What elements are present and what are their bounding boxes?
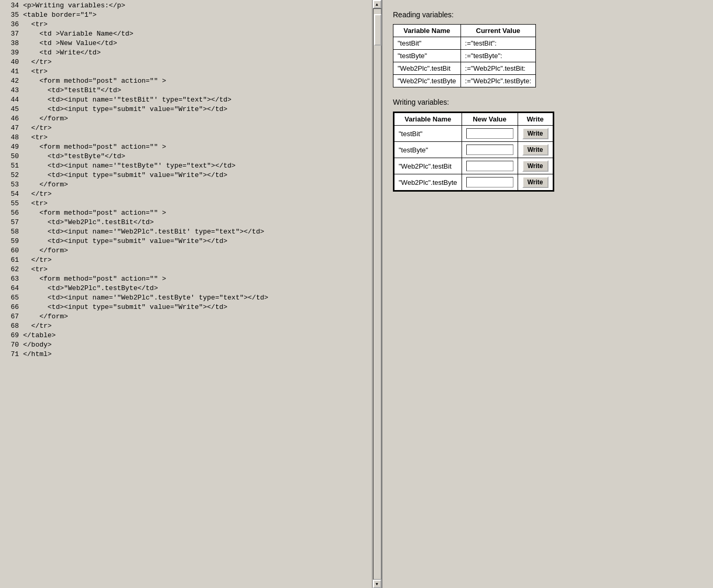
scrollbar-area[interactable]: ▲ ▼ bbox=[372, 0, 381, 588]
reading-table-row: "testBit":="testBit": bbox=[393, 37, 536, 50]
line-number: 42 bbox=[2, 76, 19, 86]
writing-var-name: "Web2Plc".testByte bbox=[394, 174, 462, 191]
reading-table-row: "Web2Plc".testByte:="Web2Plc".testByte: bbox=[393, 75, 536, 87]
line-number: 65 bbox=[2, 293, 19, 303]
writing-var-input-cell[interactable] bbox=[462, 126, 518, 142]
line-number: 54 bbox=[2, 190, 19, 199]
line-number: 67 bbox=[2, 312, 19, 321]
writing-var-input-cell[interactable] bbox=[462, 158, 518, 174]
reading-var-value: :="testByte": bbox=[460, 50, 535, 62]
code-line: <td >Variable Name</td> bbox=[23, 29, 370, 39]
line-number: 62 bbox=[2, 265, 19, 274]
line-number: 66 bbox=[2, 303, 19, 312]
line-number: 47 bbox=[2, 124, 19, 133]
writing-table-row: "Web2Plc".testByteWrite bbox=[394, 174, 553, 191]
line-number: 70 bbox=[2, 340, 19, 350]
writing-var-input[interactable] bbox=[466, 161, 513, 171]
writing-table-row: "Web2Plc".testBitWrite bbox=[394, 158, 553, 174]
reading-col-value: Current Value bbox=[460, 25, 535, 37]
writing-var-input-cell[interactable] bbox=[462, 174, 518, 191]
write-button[interactable]: Write bbox=[522, 144, 549, 156]
line-number: 63 bbox=[2, 274, 19, 284]
code-line: <form method="post" action="" > bbox=[23, 208, 370, 218]
code-line: <td >Write</td> bbox=[23, 48, 370, 58]
write-button[interactable]: Write bbox=[522, 128, 549, 139]
code-line: </form> bbox=[23, 246, 370, 256]
line-number: 37 bbox=[2, 29, 19, 39]
line-number: 49 bbox=[2, 142, 19, 152]
code-content: <p>Writing variables:</p><table border="… bbox=[21, 0, 372, 588]
line-number: 48 bbox=[2, 133, 19, 142]
code-area[interactable]: 3435363738394041424344454647484950515253… bbox=[0, 0, 381, 588]
code-line: <td><input type="submit" value="Write"><… bbox=[23, 171, 370, 180]
reading-var-name: "testByte" bbox=[393, 50, 461, 62]
writing-var-input[interactable] bbox=[466, 145, 513, 155]
line-number: 44 bbox=[2, 95, 19, 105]
code-line: <td>"testBit"</td> bbox=[23, 86, 370, 95]
line-number: 39 bbox=[2, 48, 19, 58]
writing-col-header: New Value bbox=[462, 113, 518, 126]
writing-var-button-cell[interactable]: Write bbox=[518, 142, 553, 158]
code-line: <td><input name='"Web2Plc".testBit' type… bbox=[23, 227, 370, 237]
scroll-up-button[interactable]: ▲ bbox=[373, 0, 381, 8]
scroll-down-button[interactable]: ▼ bbox=[373, 580, 381, 588]
writing-var-input-cell[interactable] bbox=[462, 142, 518, 158]
scrollbar-track[interactable] bbox=[373, 8, 381, 580]
code-line: <form method="post" action="" > bbox=[23, 76, 370, 86]
code-line: <tr> bbox=[23, 67, 370, 76]
line-number: 64 bbox=[2, 284, 19, 293]
code-line: </tr> bbox=[23, 124, 370, 133]
line-number: 34 bbox=[2, 1, 19, 10]
writing-title: Writing variables: bbox=[393, 98, 703, 106]
writing-var-button-cell[interactable]: Write bbox=[518, 174, 553, 191]
scrollbar-thumb[interactable] bbox=[374, 14, 381, 46]
code-line: <td>"Web2Plc".testBit</td> bbox=[23, 218, 370, 227]
line-number: 35 bbox=[2, 10, 19, 20]
code-line: <tr> bbox=[23, 265, 370, 274]
line-number: 59 bbox=[2, 237, 19, 246]
line-number: 57 bbox=[2, 218, 19, 227]
code-line: </tr> bbox=[23, 58, 370, 67]
line-number: 61 bbox=[2, 256, 19, 265]
reading-var-name: "testBit" bbox=[393, 37, 461, 50]
writing-var-button-cell[interactable]: Write bbox=[518, 126, 553, 142]
line-numbers: 3435363738394041424344454647484950515253… bbox=[0, 0, 21, 588]
reading-var-value: :="Web2Plc".testBit: bbox=[460, 62, 535, 75]
code-line: </tr> bbox=[23, 190, 370, 199]
writing-var-button-cell[interactable]: Write bbox=[518, 158, 553, 174]
line-number: 46 bbox=[2, 114, 19, 124]
line-number: 38 bbox=[2, 39, 19, 48]
writing-var-name: "testByte" bbox=[394, 142, 462, 158]
reading-var-name: "Web2Plc".testByte bbox=[393, 75, 461, 87]
write-button[interactable]: Write bbox=[522, 176, 549, 188]
writing-col-header: Write bbox=[518, 113, 553, 126]
code-line: <tr> bbox=[23, 199, 370, 208]
writing-var-input[interactable] bbox=[466, 128, 513, 139]
line-number: 69 bbox=[2, 331, 19, 340]
code-line: </body> bbox=[23, 340, 370, 350]
code-line: <td><input type="submit" value="Write"><… bbox=[23, 237, 370, 246]
line-number: 51 bbox=[2, 161, 19, 171]
write-button[interactable]: Write bbox=[522, 160, 549, 172]
reading-table: Variable Name Current Value "testBit":="… bbox=[393, 24, 536, 87]
line-number: 71 bbox=[2, 350, 19, 359]
code-line: <form method="post" action="" > bbox=[23, 142, 370, 152]
code-line: <p>Writing variables:</p> bbox=[23, 1, 370, 10]
writing-var-input[interactable] bbox=[466, 177, 513, 187]
code-line: <td><input name='"testByte"' type="text"… bbox=[23, 161, 370, 171]
code-line: <table border="1"> bbox=[23, 10, 370, 20]
writing-var-name: "testBit" bbox=[394, 126, 462, 142]
code-line: <tr> bbox=[23, 20, 370, 29]
code-line: <td><input name='"testBit"' type="text">… bbox=[23, 95, 370, 105]
code-panel: 3435363738394041424344454647484950515253… bbox=[0, 0, 382, 588]
reading-var-name: "Web2Plc".testBit bbox=[393, 62, 461, 75]
reading-title: Reading variables: bbox=[393, 10, 703, 19]
code-line: <td><input name='"Web2Plc".testByte' typ… bbox=[23, 293, 370, 303]
reading-col-name: Variable Name bbox=[393, 25, 461, 37]
code-line: </form> bbox=[23, 312, 370, 321]
line-number: 55 bbox=[2, 199, 19, 208]
line-number: 58 bbox=[2, 227, 19, 237]
reading-table-row: "Web2Plc".testBit:="Web2Plc".testBit: bbox=[393, 62, 536, 75]
code-line: </tr> bbox=[23, 256, 370, 265]
line-number: 53 bbox=[2, 180, 19, 190]
